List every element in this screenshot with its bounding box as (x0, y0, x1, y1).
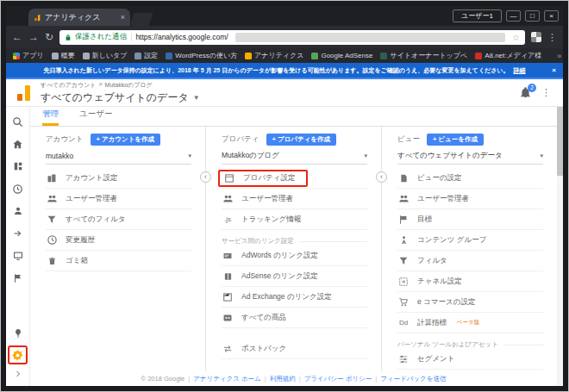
content-grouping-item[interactable]: コンテンツ グループ (397, 230, 543, 251)
admin-gear-annotation[interactable] (8, 345, 28, 364)
property-users-item[interactable]: ユーザー管理者 (222, 189, 367, 209)
caret-down-icon: ▼ (193, 94, 200, 102)
segments-item[interactable]: セグメント (397, 349, 543, 370)
property-column: ‹ プロパティ + プロパティを作成 Mutakkoのブログ ▾ (205, 127, 381, 371)
bookmarks-overflow-icon[interactable]: » (557, 52, 561, 60)
change-history-item[interactable]: 変更履歴 (46, 230, 191, 251)
banner-details-link[interactable]: 詳細 (514, 66, 526, 75)
view-filters-item[interactable]: フィルタ (397, 251, 543, 271)
view-users-item[interactable]: ユーザー管理者 (397, 189, 543, 209)
back-button[interactable]: ← (12, 32, 22, 42)
collapse-column-icon[interactable]: ‹ (376, 171, 387, 183)
admin-tabbar: 管理 ユーザー (30, 107, 557, 127)
breadcrumb-separator: > (98, 81, 102, 90)
calculated-metrics-item[interactable]: Dd計算指標ベータ版 (397, 313, 543, 333)
admin-gear-icon (12, 350, 23, 361)
all-products-item[interactable]: すべての商品 (222, 308, 367, 328)
bookmark-apps[interactable]: アプリ (13, 51, 44, 60)
footer-link-home[interactable]: アナリティクス ホーム (193, 375, 261, 383)
create-account-button[interactable]: + アカウントを作成 (91, 134, 161, 146)
bookmark-item[interactable]: アナリティクス (245, 51, 303, 60)
bookmark-item[interactable]: A8.net:メディア様 (475, 51, 541, 60)
bookmark-item[interactable]: 設定 (134, 51, 158, 60)
window-maximize-button[interactable]: □ (525, 10, 540, 22)
adexchange-linking-item[interactable]: Ad Exchange のリンク設定 (222, 287, 367, 308)
goals-item[interactable]: 目標 (397, 209, 543, 230)
footer-link-feedback[interactable]: フィードバックを送信 (380, 375, 446, 383)
footer-link-terms[interactable]: 利用規約 (270, 375, 296, 383)
bookmark-item[interactable]: 新しいタブ (83, 51, 128, 60)
window-close-button[interactable]: × (544, 10, 559, 22)
home-icon[interactable] (6, 133, 29, 155)
breadcrumb-all-accounts[interactable]: すべてのアカウント (41, 81, 96, 90)
adsense-linking-item[interactable]: AdSense のリンク設定 (222, 266, 367, 287)
property-switcher[interactable]: すべてのウェブサイトのデータ ▼ (41, 90, 200, 105)
account-select[interactable]: mutakko ▾ (46, 147, 191, 165)
behavior-monitor-icon[interactable] (6, 245, 29, 267)
customization-icon[interactable] (6, 155, 29, 177)
adwords-linking-item[interactable]: AdWords のリンク設定 (222, 246, 367, 266)
data-retention-banner: 先日導入された新しいデータ保持の設定により、2018 年 5 月 25 日からの… (6, 63, 563, 78)
forward-button[interactable]: → (28, 32, 39, 42)
site-favicon-icon (380, 53, 387, 59)
all-filters-item[interactable]: すべてのフィルタ (46, 209, 191, 230)
url-bar[interactable]: 保護された通信 | https://analytics.google.com/ … (59, 30, 525, 45)
audience-person-icon[interactable] (6, 200, 29, 222)
scrollbar[interactable] (557, 107, 563, 386)
new-tab-button[interactable] (130, 13, 153, 26)
property-settings-item[interactable]: プロパティ設定 (222, 168, 367, 189)
window-minimize-button[interactable]: — (506, 10, 521, 22)
refresh-button[interactable]: ↻ (45, 32, 53, 42)
collapse-column-icon[interactable]: ‹ (200, 171, 211, 183)
notification-count-badge: 2 (528, 84, 536, 92)
view-settings-item[interactable]: ビューの設定 (397, 168, 543, 189)
segments-icon (397, 354, 410, 364)
bookmarks-bar: アプリ 概要 新しいタブ 設定 WordPressの使い方 アナリティクス Go… (6, 48, 563, 63)
discover-lightbulb-icon[interactable] (6, 322, 29, 345)
browser-titlebar: アナリティクス × ユーザー1 — □ × (6, 6, 563, 26)
browser-tab[interactable]: アナリティクス × (28, 9, 130, 26)
browser-window: アナリティクス × ユーザー1 — □ × ← → ↻ 保護された通信 | ht… (6, 6, 563, 386)
header-menu-icon[interactable]: ⋮ (541, 87, 551, 98)
bookmark-item[interactable]: サイトオーナートップペ (380, 51, 467, 60)
extension-icon[interactable] (531, 32, 541, 42)
url-divider: | (130, 33, 132, 41)
bookmark-item[interactable]: WordPressの使い方 (166, 51, 237, 60)
tracking-info-item[interactable]: .jsトラッキング情報 (222, 209, 367, 230)
property-select[interactable]: Mutakkoのブログ ▾ (222, 147, 367, 165)
scrollbar-thumb[interactable] (557, 107, 563, 176)
trash-can-item[interactable]: ゴミ箱 (46, 251, 191, 271)
channel-settings-item[interactable]: チャネル設定 (397, 271, 543, 292)
browser-menu-icon[interactable]: ⋮ (547, 32, 557, 43)
conversions-flag-icon[interactable] (6, 267, 29, 289)
account-users-item[interactable]: ユーザー管理者 (46, 189, 191, 209)
create-view-button[interactable]: + ビューを作成 (427, 134, 484, 146)
collapse-nav-chevron-icon[interactable] (6, 365, 29, 383)
tab-close-icon[interactable]: × (121, 13, 125, 22)
banner-close-icon[interactable]: × (552, 66, 556, 74)
footer-separator: | (188, 375, 190, 383)
account-settings-item[interactable]: アカウント設定 (46, 168, 191, 189)
profile-user-button[interactable]: ユーザー1 (453, 9, 502, 22)
create-property-button[interactable]: + プロパティを作成 (266, 134, 337, 146)
adexchange-link-icon (222, 292, 234, 302)
tab-user[interactable]: ユーザー (79, 109, 112, 126)
bookmark-item[interactable]: 概要 (52, 51, 75, 60)
realtime-clock-icon[interactable] (6, 177, 29, 200)
bookmark-star-icon[interactable]: ☆ (512, 33, 520, 42)
breadcrumb-account[interactable]: Mutakkoのブログ (105, 81, 153, 90)
page-icon (83, 53, 90, 59)
bookmark-label: アナリティクス (254, 51, 303, 60)
acquisition-arrow-icon[interactable] (6, 222, 29, 245)
footer-link-privacy[interactable]: プライバシー ポリシー (304, 375, 372, 383)
bookmark-label: WordPressの使い方 (175, 51, 237, 60)
postback-item[interactable]: ポストバック (222, 339, 367, 359)
notifications-button[interactable]: 2 (520, 87, 531, 98)
bookmark-item[interactable]: Google AdSense (311, 52, 372, 59)
view-select[interactable]: すべてのウェブサイトのデータ ▾ (397, 147, 543, 165)
tab-admin[interactable]: 管理 (42, 109, 59, 126)
search-icon[interactable] (6, 110, 29, 133)
view-settings-icon (397, 173, 410, 184)
item-label: フィルタ (417, 256, 447, 266)
ecommerce-settings-item[interactable]: e コマースの設定 (397, 292, 543, 313)
